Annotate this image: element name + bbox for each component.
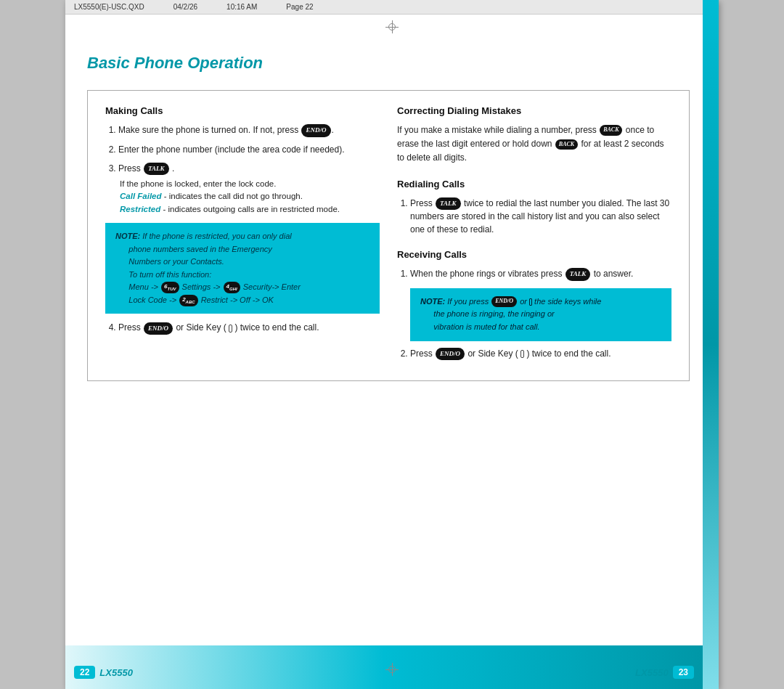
page-num-right: 23 [673, 666, 694, 679]
step-4-or: or Side Key ( [176, 322, 226, 333]
redialing-section: Redialing Calls Press TALK twice to redi… [397, 179, 671, 237]
receive-step-1-text: When the phone rings or vibrates press [410, 269, 565, 279]
step-4-text: Press [118, 322, 143, 333]
redial-text: Press [410, 198, 435, 208]
receive-note-line1: NOTE: If you press [420, 297, 491, 306]
left-column: Making Calls Make sure the phone is turn… [105, 105, 380, 366]
end-button-icon-1: END/O [301, 124, 330, 137]
page-title: Basic Phone Operation [87, 54, 690, 76]
step-1: Make sure the phone is turned on. If not… [118, 123, 380, 137]
print-page: Page 22 [286, 3, 313, 11]
note-line3: Numbers or your Contacts. [115, 257, 224, 266]
receive-step-2-or: or Side Key ( [467, 348, 518, 359]
top-reg-mark-container [65, 15, 719, 39]
call-failed-desc: - indicates the call did not go through. [164, 192, 303, 200]
footer-left: 22 LX5550 [74, 666, 133, 679]
right-column: Correcting Dialing Mistakes If you make … [397, 105, 671, 366]
making-calls-list-cont: Press END/O or Side Key ( ) twice to end… [105, 321, 380, 335]
receive-step-2: Press END/O or Side Key ( ) twice to end… [410, 347, 671, 361]
receive-note-line4: the phone is ringing, the ringing or [420, 309, 555, 318]
content-box: Making Calls Make sure the phone is turn… [87, 90, 690, 381]
back-btn-icon-1: BACK [600, 125, 622, 136]
receiving-heading: Receiving Calls [397, 249, 671, 260]
receive-note-line3: the side keys while [534, 297, 601, 306]
top-crosshair [385, 20, 399, 33]
redialing-heading: Redialing Calls [397, 179, 671, 189]
end-btn-icon-note: END/O [491, 296, 517, 307]
call-failed-label: Call Failed [120, 192, 162, 200]
note-restrict: Restrict -> Off -> OK [201, 295, 274, 304]
correcting-para: If you make a mistake while dialing a nu… [397, 123, 671, 166]
security-key-icon: 4GHI [224, 282, 240, 293]
back-btn-icon-2: BACK [555, 139, 578, 150]
print-header: LX5550(E)-USC.QXD 04/2/26 10:16 AM Page … [65, 0, 719, 15]
restricted-label: Restricted [120, 205, 160, 213]
brand-left: LX5550 [99, 667, 133, 678]
note-line4: To turn off this function: [115, 270, 211, 279]
restricted-desc: - indicates outgoing calls are in restri… [163, 205, 340, 213]
receive-step-1-end: to answer. [594, 269, 634, 279]
end-button-icon-2: END/O [144, 322, 173, 335]
settings-key-icon: 6TUV [161, 282, 179, 293]
side-key-symbol-note [529, 298, 532, 306]
print-date: 04/2/26 [173, 3, 197, 11]
step-1-text: Make sure the phone is turned on. If not… [118, 125, 301, 135]
step-2: Enter the phone number (include the area… [118, 143, 380, 156]
note-lockcode: Lock Code -> [115, 295, 179, 304]
step-3-text: Press [118, 163, 143, 174]
making-calls-heading: Making Calls [105, 105, 380, 116]
lock-key-icon: 2ABC [179, 295, 197, 306]
bottom-reg-mark-container [385, 657, 399, 682]
step-3-subtext: If the phone is locked, enter the lock c… [120, 178, 380, 216]
receive-note-line5: vibration is muted for that call. [420, 322, 539, 331]
receive-step-2-end: ) twice to end the call. [526, 348, 611, 359]
page-num-left: 22 [74, 666, 95, 679]
side-key-symbol-2 [520, 350, 524, 358]
talk-btn-icon-receive: TALK [565, 268, 591, 281]
footer-right: LX5550 23 [635, 666, 694, 679]
making-calls-list: Make sure the phone is turned on. If not… [105, 123, 380, 216]
correcting-section: Correcting Dialing Mistakes If you make … [397, 105, 671, 166]
page-content: Basic Phone Operation Making Calls Make … [65, 39, 719, 439]
receive-step-2-text: Press [410, 348, 435, 359]
redial-step-1: Press TALK twice to redial the last numb… [410, 197, 671, 237]
side-key-symbol-1 [229, 325, 232, 333]
note-line1: NOTE: If the phone is restricted, you ca… [115, 232, 292, 240]
step-4-end: ) twice to end the call. [234, 322, 319, 333]
receive-note-box: NOTE: If you press END/O or the side key… [410, 288, 671, 341]
end-btn-icon-receive: END/O [436, 348, 465, 361]
print-file: LX5550(E)-USC.QXD [74, 3, 144, 11]
restriction-note-box: NOTE: If the phone is restricted, you ca… [105, 223, 380, 314]
step-3: Press TALK . If the phone is locked, ent… [118, 162, 380, 216]
receive-step-1: When the phone rings or vibrates press T… [410, 267, 671, 341]
talk-button-icon-1: TALK [144, 163, 169, 176]
note-line2: phone numbers saved in the Emergency [115, 245, 272, 253]
print-time: 10:16 AM [226, 3, 257, 11]
receiving-section: Receiving Calls When the phone rings or … [397, 249, 671, 360]
note-security: Security-> Enter [243, 282, 301, 291]
redialing-list: Press TALK twice to redial the last numb… [397, 197, 671, 237]
correcting-heading: Correcting Dialing Mistakes [397, 105, 671, 116]
talk-btn-icon-redial: TALK [436, 197, 461, 211]
receiving-list: When the phone rings or vibrates press T… [397, 267, 671, 360]
step-3-dot: . [172, 163, 174, 174]
page-footer: 22 LX5550 LX5550 23 [65, 661, 703, 683]
note-line5: Menu -> [115, 282, 160, 291]
note-settings: Settings -> [182, 282, 223, 291]
step-2-text: Enter the phone number (include the area… [118, 144, 345, 155]
brand-right: LX5550 [635, 667, 669, 678]
bottom-crosshair [385, 663, 399, 676]
receive-note-or: or [520, 297, 529, 306]
step-4: Press END/O or Side Key ( ) twice to end… [118, 321, 380, 335]
